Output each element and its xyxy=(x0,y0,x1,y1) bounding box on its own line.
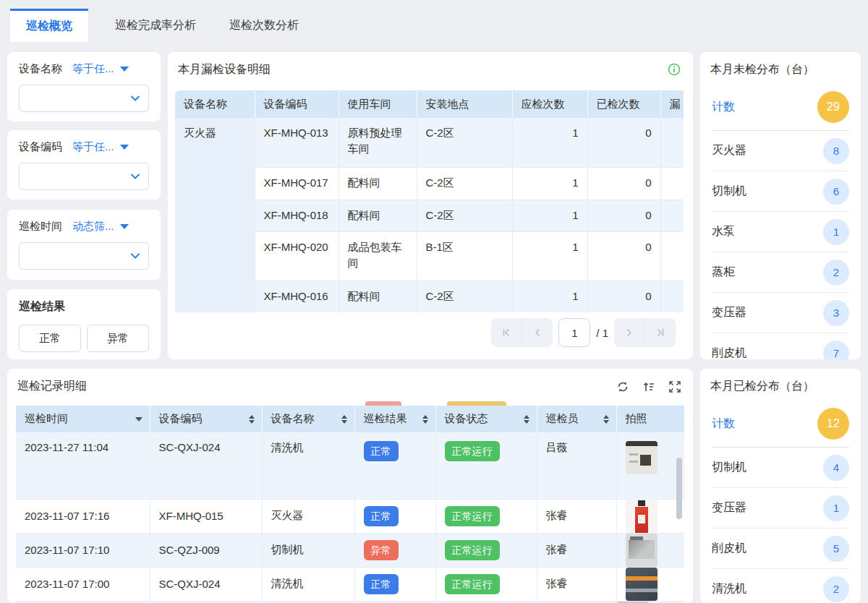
photo-cell xyxy=(616,567,684,601)
current-page-input[interactable]: 1 xyxy=(558,318,590,347)
table-row[interactable]: 2023-11-07 17:16 XF-MHQ-015 灭火器 正常 正常运行 … xyxy=(16,499,684,533)
item-label: 削皮机 xyxy=(712,346,746,359)
list-item[interactable]: 切制机 4 xyxy=(712,448,849,488)
location-cell: C-2区 xyxy=(417,281,512,312)
time-cell: 2023-11-07 17:10 xyxy=(16,533,150,567)
photo-cell xyxy=(616,533,684,567)
next-page-button[interactable] xyxy=(614,318,644,347)
list-item[interactable]: 清洗机 2 xyxy=(712,569,849,603)
vertical-scrollbar[interactable] xyxy=(676,458,682,519)
time-cell: 2023-11-27 11:04 xyxy=(16,432,150,499)
pagination: 1 / 1 xyxy=(491,318,676,347)
prev-page-button[interactable] xyxy=(522,318,553,347)
list-item[interactable]: 变压器 1 xyxy=(712,488,849,529)
tab-overview[interactable]: 巡检概览 xyxy=(10,9,88,42)
status-badge: 异常 xyxy=(364,540,399,560)
item-badge: 2 xyxy=(823,576,849,602)
device-code-cell: XF-MHQ-016 xyxy=(255,281,339,312)
col-photo[interactable]: 拍照 xyxy=(616,406,684,432)
filter-operator-link[interactable]: 动态筛... xyxy=(72,220,114,234)
total-pages-label: / 1 xyxy=(596,327,608,339)
filter-operator-link[interactable]: 等于任... xyxy=(72,62,114,76)
photo-thumbnail[interactable] xyxy=(626,568,658,601)
sort-icon[interactable] xyxy=(642,380,655,393)
col-inspect-time[interactable]: 巡检时间 xyxy=(16,406,150,432)
location-cell: B-1区 xyxy=(417,231,512,281)
filter-card-device-name: 设备名称 等于任... xyxy=(7,52,161,121)
status-badge: 正常 xyxy=(364,574,399,594)
photo-thumbnail[interactable] xyxy=(626,441,658,474)
filter-card-result: 巡检结果 正常 异常 xyxy=(7,289,161,359)
tab-bar: 巡检概览 巡检完成率分析 巡检次数分析 xyxy=(0,0,868,42)
col-inspector[interactable]: 巡检员 xyxy=(537,406,616,432)
col-planned[interactable]: 应检次数 xyxy=(512,90,587,118)
expand-icon[interactable] xyxy=(668,380,681,393)
col-device-name[interactable]: 设备名称 xyxy=(175,90,255,118)
list-item[interactable]: 削皮机 7 xyxy=(712,333,849,359)
tab-count-analysis[interactable]: 巡检次数分析 xyxy=(217,9,311,42)
planned-cell: 1 xyxy=(512,281,587,312)
last-page-button[interactable] xyxy=(644,318,676,347)
status-cell: 正常运行 xyxy=(435,567,537,601)
list-item[interactable]: 灭火器 8 xyxy=(712,131,849,171)
time-cell: 2023-11-07 17:16 xyxy=(16,499,150,533)
sort-both-icon xyxy=(249,415,255,424)
item-label: 灭火器 xyxy=(712,143,746,158)
col-result[interactable]: 巡检结果 xyxy=(354,406,435,432)
device-name-select[interactable] xyxy=(19,85,149,112)
first-page-icon xyxy=(501,327,512,338)
refresh-icon[interactable] xyxy=(616,380,629,393)
list-item[interactable]: 水泵 1 xyxy=(712,212,849,252)
tab-completion-rate[interactable]: 巡检完成率分析 xyxy=(101,9,210,42)
col-location[interactable]: 安装地点 xyxy=(417,90,512,118)
table-row[interactable]: 2023-11-07 17:10 SC-QZJ-009 切制机 异常 正常运行 … xyxy=(16,533,684,567)
checked-cell: 0 xyxy=(587,231,660,281)
caret-down-icon[interactable] xyxy=(120,67,129,72)
col-checked[interactable]: 已检次数 xyxy=(587,90,660,118)
col-missed[interactable]: 漏 xyxy=(660,90,684,118)
planned-cell: 1 xyxy=(512,167,587,200)
panel-title: 本月未检分布（台） xyxy=(710,62,814,77)
photo-thumbnail[interactable] xyxy=(626,500,658,533)
first-page-button[interactable] xyxy=(491,318,522,347)
list-item[interactable]: 变压器 3 xyxy=(712,293,849,333)
photo-thumbnail[interactable] xyxy=(626,534,658,567)
location-cell: C-2区 xyxy=(417,167,512,200)
missed-cell xyxy=(660,231,684,281)
sort-both-icon xyxy=(603,415,609,424)
location-cell: C-2区 xyxy=(417,200,512,231)
item-badge: 3 xyxy=(823,300,849,326)
status-badge: 正常 xyxy=(364,506,399,526)
inspect-time-select[interactable] xyxy=(19,242,149,270)
table-row[interactable]: 2023-11-27 11:04 SC-QXJ-024 清洗机 正常 正常运行 … xyxy=(16,432,684,499)
result-normal-button[interactable]: 正常 xyxy=(19,325,81,352)
list-item[interactable]: 计数 12 xyxy=(712,401,849,448)
result-cell: 正常 xyxy=(354,499,435,533)
col-status[interactable]: 设备状态 xyxy=(435,406,537,432)
inspector-cell: 张睿 xyxy=(537,499,616,533)
name-cell: 清洗机 xyxy=(262,567,354,601)
status-cell: 正常运行 xyxy=(435,533,537,567)
col-device-code[interactable]: 设备编码 xyxy=(150,406,262,432)
device-code-select[interactable] xyxy=(19,163,149,190)
list-item[interactable]: 蒸柜 2 xyxy=(712,252,849,293)
list-item[interactable]: 切制机 6 xyxy=(712,171,849,212)
chevron-right-icon xyxy=(624,327,635,338)
col-workshop[interactable]: 使用车间 xyxy=(339,90,417,118)
caret-down-icon[interactable] xyxy=(120,145,129,150)
list-item[interactable]: 削皮机 5 xyxy=(712,529,849,569)
chevron-down-icon xyxy=(129,93,141,104)
info-icon[interactable] xyxy=(667,62,681,77)
chevron-down-icon xyxy=(129,171,141,182)
table-row[interactable]: 灭火器 XF-MHQ-013 原料预处理车间 C-2区 1 0 xyxy=(175,118,684,167)
result-abnormal-button[interactable]: 异常 xyxy=(87,325,149,352)
table-row[interactable]: 2023-11-07 17:00 SC-QXJ-024 清洗机 正常 正常运行 … xyxy=(16,567,684,601)
col-device-code[interactable]: 设备编码 xyxy=(255,90,339,118)
workshop-cell: 配料间 xyxy=(339,281,417,312)
missed-cell xyxy=(660,200,684,231)
item-label: 切制机 xyxy=(712,184,746,199)
filter-operator-link[interactable]: 等于任... xyxy=(72,140,114,154)
caret-down-icon[interactable] xyxy=(120,224,129,229)
col-device-name[interactable]: 设备名称 xyxy=(262,406,354,432)
list-item[interactable]: 计数 29 xyxy=(712,84,849,131)
